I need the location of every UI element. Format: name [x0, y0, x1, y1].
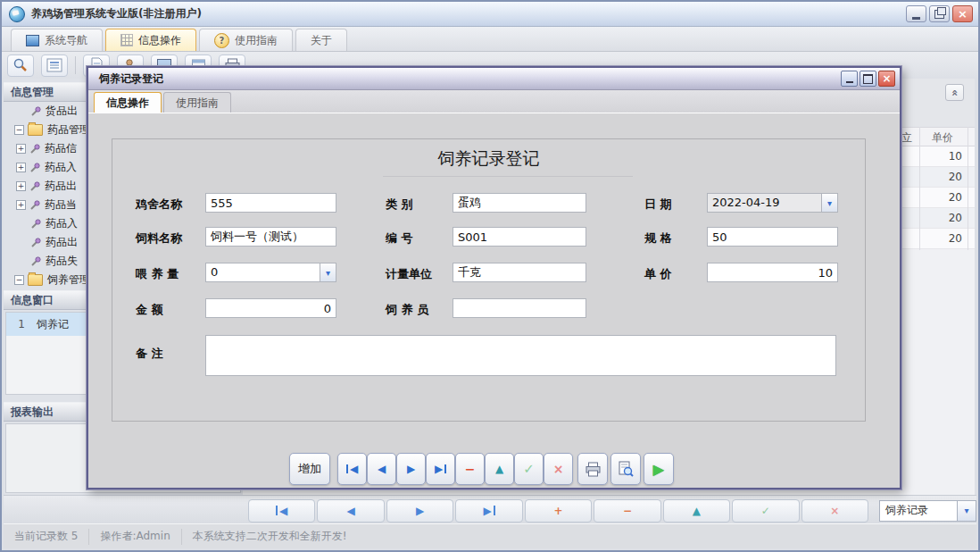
restore-button[interactable]: [929, 5, 950, 22]
minimize-button[interactable]: [906, 5, 926, 22]
note-textarea[interactable]: [205, 335, 836, 376]
print-button[interactable]: [577, 453, 608, 485]
nav-next-button[interactable]: ▶: [386, 499, 453, 523]
expand-box-icon[interactable]: +: [16, 163, 26, 172]
nav-last-button[interactable]: ▶: [455, 499, 522, 523]
nav-post-button[interactable]: ✓: [732, 499, 799, 523]
expand-box-icon[interactable]: +: [16, 144, 26, 154]
maximize-icon: [863, 74, 873, 84]
nav-prev-button[interactable]: ◀: [317, 499, 384, 523]
tree-item-label: 药品入: [45, 160, 77, 175]
dialog-minimize-button[interactable]: [841, 71, 858, 87]
house-name-input[interactable]: [205, 193, 336, 213]
dialog-close-button[interactable]: ×: [878, 71, 895, 87]
first-record-button[interactable]: ◀: [337, 453, 367, 485]
price-cell: 10: [919, 150, 968, 163]
keeper-input[interactable]: [453, 298, 586, 318]
tab-info-operation-label: 信息操作: [138, 33, 181, 48]
toolbar-separator: [75, 56, 76, 74]
system-message-status: 本系统支持二次开发和全新开发!: [182, 529, 358, 545]
status-bar: 当前记录数 5 操作者:Admin 本系统支持二次开发和全新开发!: [4, 523, 976, 548]
tab-about[interactable]: 关于: [295, 29, 347, 51]
cancel-record-button[interactable]: ×: [544, 453, 573, 485]
close-button[interactable]: ×: [952, 5, 973, 22]
collapse-box-icon[interactable]: −: [14, 125, 24, 135]
delete-record-button[interactable]: −: [455, 453, 485, 485]
expand-box-icon[interactable]: +: [16, 181, 26, 191]
date-picker[interactable]: 2022-04-19 ▾: [707, 193, 838, 213]
chevron-down-icon[interactable]: ▾: [958, 500, 976, 522]
dialog-maximize-button[interactable]: [860, 71, 876, 87]
first-record-icon: ◀: [279, 505, 287, 517]
date-label: 日 期: [644, 197, 672, 213]
form-toolbar-button[interactable]: [41, 54, 68, 77]
folder-icon: [28, 124, 43, 136]
execute-button[interactable]: ▶: [644, 453, 674, 485]
feed-qty-combobox[interactable]: 0 ▾: [205, 263, 336, 282]
form-icon: [46, 58, 62, 72]
chevron-down-icon[interactable]: ▾: [821, 194, 837, 212]
expand-box-icon[interactable]: +: [16, 200, 26, 210]
edit-triangle-icon: ▲: [495, 463, 503, 475]
edit-record-button[interactable]: ▲: [485, 453, 514, 485]
collapse-box-icon[interactable]: −: [14, 275, 24, 285]
double-chevron-up-icon: «: [948, 89, 960, 96]
amount-input[interactable]: [205, 298, 336, 318]
code-input[interactable]: [453, 227, 586, 247]
add-button[interactable]: 增加: [289, 453, 330, 485]
last-bar-icon: [444, 464, 446, 473]
last-record-button[interactable]: ▶: [426, 453, 455, 485]
unit-input[interactable]: [453, 263, 586, 282]
grid-icon: [120, 34, 133, 46]
category-input[interactable]: [453, 193, 586, 213]
category-label: 类 别: [386, 197, 413, 213]
amount-label: 金 额: [136, 302, 163, 318]
menu-tabstrip: 系统导航 信息操作 ? 使用指南 关于: [2, 27, 978, 52]
column-header-unit-partial[interactable]: 立: [901, 130, 912, 146]
dialog-tab-user-guide[interactable]: 使用指南: [163, 92, 231, 113]
price-cell: 20: [919, 171, 968, 183]
feed-name-input[interactable]: [205, 227, 336, 247]
help-icon: ?: [214, 33, 229, 48]
tool-icon: [30, 106, 41, 117]
tool-icon: [29, 181, 40, 192]
date-value: 2022-04-19: [708, 194, 821, 212]
nav-first-button[interactable]: ◀: [248, 499, 315, 523]
last-record-icon: ▶: [483, 505, 491, 517]
search-toolbar-button[interactable]: [7, 54, 34, 77]
nav-cancel-button[interactable]: ×: [801, 499, 868, 523]
operator-status: 操作者:Admin: [89, 529, 181, 545]
tree-item-label: 货品出: [46, 104, 78, 119]
spec-label: 规 格: [644, 230, 672, 247]
tool-icon: [30, 219, 41, 230]
tab-user-guide[interactable]: ? 使用指南: [199, 29, 293, 51]
nav-edit-button[interactable]: ▲: [663, 499, 730, 523]
nav-insert-button[interactable]: +: [525, 499, 592, 523]
cross-icon: ×: [553, 462, 564, 476]
tree-item-label: 饲养管理: [47, 272, 90, 288]
collapse-panel-button[interactable]: «: [945, 84, 964, 101]
dialog-body: 饲养记录登记 鸡舍名称 类 别 日 期 2022-04-19 ▾ 饲料名称 编 …: [88, 113, 900, 488]
form-title-underline: [383, 176, 633, 177]
dialog-tab-info-operation[interactable]: 信息操作: [94, 92, 162, 113]
minimize-icon: [846, 81, 853, 83]
post-record-button[interactable]: ✓: [514, 453, 544, 485]
price-input[interactable]: [707, 263, 838, 282]
tool-icon: [29, 144, 40, 155]
close-icon: ×: [958, 7, 968, 21]
nav-delete-button[interactable]: −: [594, 499, 660, 523]
next-record-button[interactable]: ▶: [396, 453, 426, 485]
dialog-titlebar[interactable]: 饲养记录登记 ×: [88, 68, 900, 90]
tab-info-operation[interactable]: 信息操作: [105, 29, 196, 51]
prev-record-icon: ◀: [347, 505, 355, 517]
print-preview-button[interactable]: [610, 453, 641, 485]
spec-input[interactable]: [707, 227, 838, 247]
tree-item-label: 药品当: [45, 197, 77, 213]
prev-record-button[interactable]: ◀: [367, 453, 396, 485]
sidebar-header-info-mgmt-label: 信息管理: [11, 85, 54, 100]
chevron-down-icon[interactable]: ▾: [320, 263, 336, 281]
tab-about-label: 关于: [311, 33, 332, 48]
tab-system-nav[interactable]: 系统导航: [11, 29, 103, 51]
record-type-dropdown[interactable]: 饲养记录 ▾: [879, 500, 976, 522]
column-header-price[interactable]: 单价: [932, 130, 953, 146]
